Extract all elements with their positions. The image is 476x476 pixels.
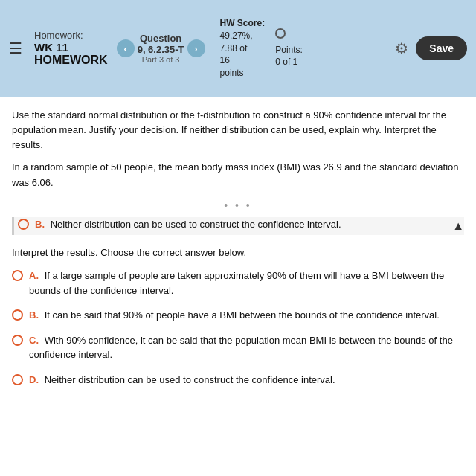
question-label: Question 9, 6.2.35-T	[138, 33, 184, 55]
radio-c[interactable]	[12, 335, 23, 346]
interpret-label: Interpret the results. Choose the correc…	[12, 245, 464, 260]
score-of: 7.88 of	[220, 42, 266, 55]
score-unit: points	[220, 67, 266, 80]
option-d-text: D. Neither distribution can be used to c…	[29, 373, 335, 387]
option-a-label: A.	[29, 270, 39, 281]
part-label: Part 3 of 3	[138, 55, 184, 64]
points-section: Points: 0 of 1	[275, 28, 303, 68]
option-a-text: A. If a large sample of people are taken…	[29, 268, 464, 298]
radio-b[interactable]	[12, 309, 23, 321]
main-content: Use the standard normal distribution or …	[0, 97, 476, 476]
radio-a[interactable]	[12, 270, 23, 281]
question-text: Use the standard normal distribution or …	[12, 108, 464, 152]
selected-option-b[interactable]: B. Neither distribution can be used to c…	[12, 217, 464, 235]
score-title: HW Score:	[220, 17, 266, 30]
option-d-label: D.	[29, 374, 39, 385]
scroll-up-indicator: ▲	[452, 217, 464, 235]
homework-label: Homework:	[34, 30, 108, 41]
homework-wk: WK 11	[34, 41, 108, 54]
header: ☰ Homework: WK 11 HOMEWORK ‹ Question 9,…	[0, 0, 476, 97]
score-total: 16	[220, 54, 266, 67]
header-right: ⚙ Save	[395, 36, 467, 60]
save-button[interactable]: Save	[416, 36, 467, 60]
option-b-selected-label: B.	[35, 219, 45, 230]
homework-title: Homework: WK 11 HOMEWORK	[34, 30, 108, 67]
radio-b-selected[interactable]	[18, 219, 29, 230]
sample-text: In a random sample of 50 people, the mea…	[12, 160, 464, 190]
points-value: 0 of 1	[275, 56, 303, 68]
option-b-label: B.	[29, 309, 39, 321]
question-nav: ‹ Question 9, 6.2.35-T Part 3 of 3 ›	[117, 33, 205, 64]
points-circle-icon	[275, 28, 286, 39]
option-b-row[interactable]: B. It can be said that 90% of people hav…	[12, 308, 464, 323]
option-d-row[interactable]: D. Neither distribution can be used to c…	[12, 373, 464, 387]
next-question-button[interactable]: ›	[187, 39, 205, 57]
radio-d[interactable]	[12, 374, 23, 385]
hw-score: HW Score: 49.27%, 7.88 of 16 points	[220, 17, 266, 80]
prev-question-button[interactable]: ‹	[117, 39, 135, 57]
homework-name: HOMEWORK	[34, 54, 108, 67]
points-title: Points:	[275, 44, 303, 57]
option-c-text: C. With 90% confidence, it can be said t…	[29, 333, 464, 362]
divider-dots: • • •	[12, 199, 464, 211]
option-a-row[interactable]: A. If a large sample of people are taken…	[12, 268, 464, 298]
option-c-label: C.	[29, 335, 39, 346]
question-info: Question 9, 6.2.35-T Part 3 of 3	[138, 33, 184, 64]
option-b-selected-text: B. Neither distribution can be used to c…	[35, 217, 341, 232]
option-b-text: B. It can be said that 90% of people hav…	[29, 308, 440, 323]
score-value: 49.27%,	[220, 30, 266, 42]
menu-icon[interactable]: ☰	[9, 39, 22, 57]
option-c-row[interactable]: C. With 90% confidence, it can be said t…	[12, 333, 464, 362]
gear-icon[interactable]: ⚙	[395, 39, 408, 57]
